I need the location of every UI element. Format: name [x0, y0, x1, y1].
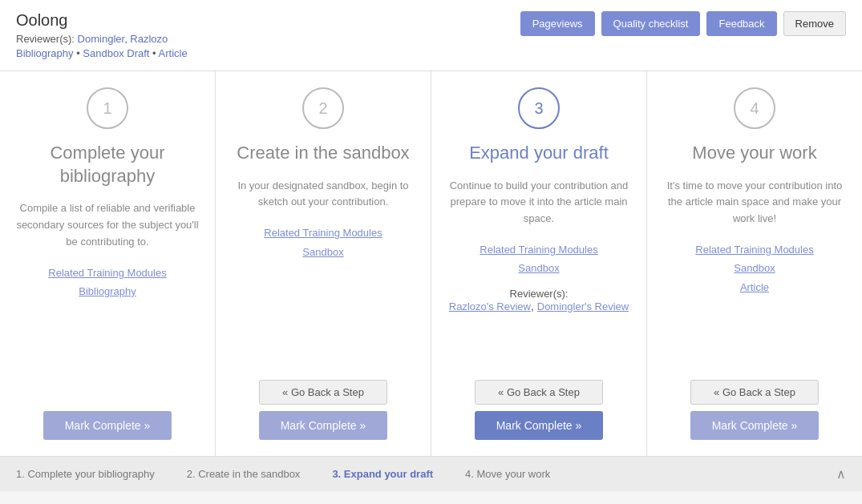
footer-step-3: 3. Expand your draft — [332, 468, 433, 480]
step-1: 1 Complete your bibliography Compile a l… — [0, 71, 216, 456]
step-2-circle: 2 — [302, 87, 344, 129]
step-3-reviewer-razlozo[interactable]: Razlozo's Review — [449, 300, 531, 312]
step-1-number: 1 — [103, 99, 111, 118]
step-4-training-link[interactable]: Related Training Modules — [695, 240, 813, 259]
step-1-mark-complete-button[interactable]: Mark Complete » — [43, 411, 172, 440]
quality-checklist-button[interactable]: Quality checklist — [601, 11, 701, 36]
step-4-buttons: « Go Back a Step Mark Complete » — [660, 367, 849, 440]
step-3-reviewer-domingler[interactable]: Domingler's Review — [537, 300, 629, 312]
step-4-title: Move your work — [692, 142, 816, 165]
step-4-desc: It's time to move your contribution into… — [660, 178, 849, 228]
step-2-mark-complete-button[interactable]: Mark Complete » — [259, 411, 387, 440]
footer-steps: 1. Complete your bibliography 2. Create … — [16, 468, 550, 480]
step-3-links: Related Training Modules Sandbox — [480, 240, 597, 278]
step-2: 2 Create in the sandbox In your designat… — [216, 71, 431, 456]
step-3-buttons: « Go Back a Step Mark Complete » — [444, 367, 633, 440]
footer-step-2: 2. Create in the sandbox — [187, 468, 301, 480]
step-3-training-link[interactable]: Related Training Modules — [480, 240, 597, 259]
step-2-buttons: « Go Back a Step Mark Complete » — [229, 367, 418, 440]
footer-step-4: 4. Move your work — [465, 468, 550, 480]
step-2-links: Related Training Modules Sandbox — [264, 224, 382, 261]
reviewer-domingler[interactable]: Domingler — [78, 33, 125, 45]
step-1-title: Complete your bibliography — [13, 142, 202, 187]
feedback-button[interactable]: Feedback — [706, 11, 776, 36]
link-article[interactable]: Article — [159, 47, 188, 59]
step-2-sandbox-link[interactable]: Sandbox — [264, 243, 382, 261]
step-3-sandbox-link[interactable]: Sandbox — [480, 259, 597, 277]
link-bibliography[interactable]: Bibliography — [16, 47, 74, 59]
header-left: Oolong Reviewer(s): Domingler, Razlozo B… — [16, 11, 188, 59]
step-4-article-link[interactable]: Article — [695, 278, 813, 296]
step-2-number: 2 — [318, 99, 327, 118]
step-3-desc: Continue to build your contribution and … — [444, 178, 633, 228]
step-3: 3 Expand your draft Continue to build yo… — [431, 71, 647, 456]
step-4-links: Related Training Modules Sandbox Article — [695, 240, 813, 296]
step-4-mark-complete-button[interactable]: Mark Complete » — [690, 411, 819, 440]
header-buttons: Pageviews Quality checklist Feedback Rem… — [520, 11, 846, 36]
step-4-go-back-button[interactable]: « Go Back a Step — [690, 380, 819, 405]
footer-bar: 1. Complete your bibliography 2. Create … — [0, 457, 862, 491]
step-1-circle: 1 — [87, 87, 128, 129]
link-sandbox-draft[interactable]: Sandbox Draft — [83, 47, 149, 59]
step-1-training-link[interactable]: Related Training Modules — [48, 264, 166, 282]
step-3-go-back-button[interactable]: « Go Back a Step — [475, 380, 603, 405]
step-4-number: 4 — [750, 99, 759, 118]
step-1-desc: Compile a list of reliable and verifiabl… — [13, 200, 202, 250]
reviewers-line: Reviewer(s): Domingler, Razlozo — [16, 33, 188, 45]
reviewers-label: Reviewer(s): — [16, 33, 75, 45]
step-2-go-back-button[interactable]: « Go Back a Step — [259, 380, 387, 405]
step-3-mark-complete-button[interactable]: Mark Complete » — [475, 411, 603, 440]
footer-step-1: 1. Complete your bibliography — [16, 468, 155, 480]
step-4-circle: 4 — [734, 87, 775, 129]
step-2-desc: In your designated sandbox, begin to ske… — [229, 178, 418, 212]
step-1-bibliography-link[interactable]: Bibliography — [48, 282, 166, 300]
step-2-title: Create in the sandbox — [237, 142, 409, 165]
collapse-icon[interactable]: ∧ — [836, 466, 846, 482]
pageviews-button[interactable]: Pageviews — [520, 11, 595, 36]
step-3-reviewers-label: Reviewer(s): — [449, 288, 629, 300]
step-2-training-link[interactable]: Related Training Modules — [264, 224, 382, 242]
step-3-number: 3 — [534, 99, 543, 118]
step-1-buttons: Mark Complete » — [13, 398, 202, 440]
reviewer-razlozo[interactable]: Razlozo — [130, 33, 168, 45]
header-links: Bibliography • Sandbox Draft • Article — [16, 47, 188, 59]
step-3-reviewers: Reviewer(s): Razlozo's Review, Domingler… — [449, 288, 629, 312]
step-3-circle: 3 — [518, 87, 560, 129]
step-4: 4 Move your work It's time to move your … — [647, 71, 862, 456]
header: Oolong Reviewer(s): Domingler, Razlozo B… — [0, 0, 862, 71]
steps-container: 1 Complete your bibliography Compile a l… — [0, 71, 862, 457]
page-title: Oolong — [16, 11, 188, 30]
step-1-links: Related Training Modules Bibliography — [48, 264, 166, 301]
step-4-sandbox-link[interactable]: Sandbox — [695, 259, 813, 277]
step-3-title: Expand your draft — [469, 142, 609, 165]
remove-button[interactable]: Remove — [783, 11, 846, 36]
